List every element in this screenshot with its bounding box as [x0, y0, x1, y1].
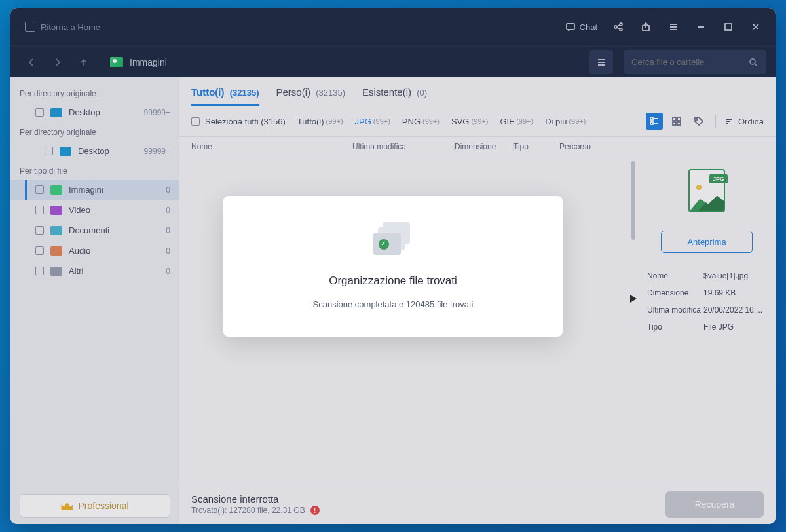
modal-backdrop: Organizzazione file trovati Scansione co… — [10, 8, 776, 524]
modal-subtitle: Scansione completata e 120485 file trova… — [243, 299, 543, 309]
folders-icon — [373, 222, 413, 259]
app-window: Ritorna a Home Chat Immagini — [10, 8, 776, 524]
modal-dialog: Organizzazione file trovati Scansione co… — [223, 196, 563, 337]
modal-title: Organizzazione file trovati — [243, 275, 543, 288]
